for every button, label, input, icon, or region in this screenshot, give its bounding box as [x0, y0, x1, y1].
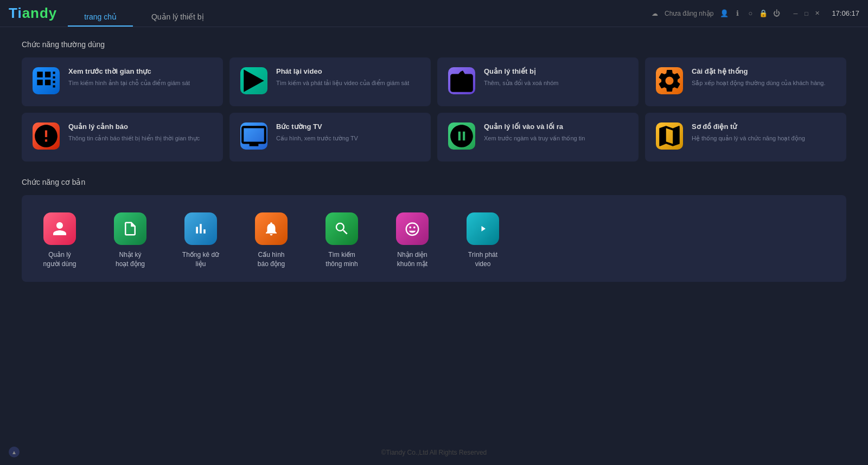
user-icon[interactable]: 👤	[720, 9, 729, 18]
logo-text: Ti	[9, 5, 22, 21]
card-title-system-settings: Cài đặt hệ thống	[692, 67, 826, 75]
basic-item-video-player[interactable]: Trình phát video	[461, 212, 505, 269]
login-status: Chưa đăng nhập	[665, 10, 713, 17]
card-title-emap: Sơ đồ điện tử	[692, 122, 805, 131]
card-text-live-view: Xem trước thời gian thực Tìm kiếm hình ả…	[68, 67, 190, 88]
tab-device[interactable]: Quản lý thiết bị	[135, 8, 220, 27]
card-desc-tv-wall: Cấu hình, xem trước tường TV	[276, 134, 358, 143]
card-text-emap: Sơ đồ điện tử Hệ thống quản lý và chức n…	[692, 122, 805, 143]
feature-card-entry-exit[interactable]: Quản lý lối vào và lối ra Xem trước ngàm…	[437, 113, 639, 162]
search-icon	[326, 212, 358, 245]
info-icon[interactable]: ○	[746, 9, 755, 18]
feature-card-device-manage[interactable]: Quản lý thiết bị Thêm, sửa đổi và xoá nh…	[437, 57, 639, 106]
gear-icon	[656, 67, 683, 94]
card-title-entry-exit: Quản lý lối vào và lối ra	[484, 122, 585, 131]
version-indicator[interactable]: ▲	[9, 447, 20, 457]
logo-text2: andy	[22, 5, 58, 21]
main-content: Chức năng thường dùng Xem trước thời gia…	[0, 27, 868, 295]
lock-icon[interactable]: 🔒	[759, 9, 768, 18]
card-text-alarm-manage: Quản lý cảnh báo Thông tin cảnh báo thiế…	[68, 122, 200, 143]
basic-grid: Quản lýngười dùng Nhật kýhoạt động Thống…	[38, 212, 830, 269]
basic-label-video-player: Trình phát video	[461, 250, 505, 269]
chart-icon	[184, 212, 217, 245]
card-desc-emap: Hệ thống quản lý và chức năng hoạt động	[692, 134, 805, 143]
feature-card-tv-wall[interactable]: Bức tường TV Cấu hình, xem trước tường T…	[229, 113, 431, 162]
tv-icon	[240, 122, 267, 150]
clock: 17:06:17	[832, 9, 859, 17]
card-text-device-manage: Quản lý thiết bị Thêm, sửa đổi và xoá nh…	[484, 67, 559, 88]
log-icon	[114, 212, 146, 245]
basic-label-user-manage: Quản lýngười dùng	[43, 250, 76, 269]
footer: ©Tiandy Co.,Ltd All Rights Reserved	[0, 449, 868, 456]
titlebar-right: ☁ Chưa đăng nhập 👤 ℹ ○ 🔒 ⏻ ─ □ ✕ 17:06:1…	[652, 9, 859, 18]
help-icon[interactable]: ℹ	[733, 9, 742, 18]
user-icon	[43, 212, 76, 245]
alert-icon	[33, 122, 60, 150]
card-title-tv-wall: Bức tường TV	[276, 122, 358, 131]
titlebar: Tiandy trang chủ Quản lý thiết bị ☁ Chưa…	[0, 0, 868, 27]
card-desc-entry-exit: Xem trước ngàm và truy vấn thống tin	[484, 134, 585, 143]
basic-label-face-recog: Nhận diệnkhuôn mặt	[397, 250, 427, 269]
feature-card-emap[interactable]: Sơ đồ điện tử Hệ thống quản lý và chức n…	[645, 113, 846, 162]
play-icon	[240, 67, 267, 94]
card-desc-playback: Tìm kiếm và phát tải liệu video của điểm…	[276, 79, 409, 88]
basic-label-statistics: Thống kê dữ liệu	[179, 250, 222, 269]
tab-home[interactable]: trang chủ	[68, 8, 133, 27]
feature-card-system-settings[interactable]: Cài đặt hệ thống Sắp xếp hoạt động thườn…	[645, 57, 846, 106]
door-icon	[448, 122, 475, 150]
maximize-button[interactable]: □	[802, 10, 810, 17]
card-title-live-view: Xem trước thời gian thực	[68, 67, 190, 75]
card-title-alarm-manage: Quản lý cảnh báo	[68, 122, 200, 131]
power-icon[interactable]: ⏻	[772, 9, 781, 18]
feature-card-live-view[interactable]: Xem trước thời gian thực Tìm kiếm hình ả…	[22, 57, 223, 106]
basic-item-alarm-config[interactable]: Cấu hìnhbáo động	[250, 212, 293, 269]
face-icon	[396, 212, 429, 245]
close-button[interactable]: ✕	[813, 10, 821, 17]
app-logo: Tiandy	[9, 5, 57, 22]
basic-item-user-manage[interactable]: Quản lýngười dùng	[38, 212, 81, 269]
card-title-playback: Phát lại video	[276, 67, 409, 75]
bell-icon	[255, 212, 288, 245]
card-desc-alarm-manage: Thông tin cảnh báo thiết bị hiển thị thờ…	[68, 134, 200, 143]
titlebar-icons: 👤 ℹ ○ 🔒 ⏻	[720, 9, 781, 18]
card-text-tv-wall: Bức tường TV Cấu hình, xem trước tường T…	[276, 122, 358, 143]
card-desc-device-manage: Thêm, sửa đổi và xoá nhóm	[484, 79, 559, 88]
feature-card-alarm-manage[interactable]: Quản lý cảnh báo Thông tin cảnh báo thiế…	[22, 113, 223, 162]
card-text-entry-exit: Quản lý lối vào và lối ra Xem trước ngàm…	[484, 122, 585, 143]
play2-icon	[467, 212, 499, 245]
basic-item-face-recog[interactable]: Nhận diệnkhuôn mặt	[391, 212, 434, 269]
minimize-button[interactable]: ─	[792, 10, 799, 17]
basic-item-activity-log[interactable]: Nhật kýhoạt động	[108, 212, 152, 269]
basic-label-smart-search: Tìm kiếmthông minh	[326, 250, 358, 269]
basic-item-smart-search[interactable]: Tìm kiếmthông minh	[320, 212, 363, 269]
window-controls: ─ □ ✕	[792, 10, 821, 17]
nav-tabs: trang chủ Quản lý thiết bị	[68, 0, 652, 27]
basic-label-alarm-config: Cấu hìnhbáo động	[258, 250, 285, 269]
basic-item-statistics[interactable]: Thống kê dữ liệu	[179, 212, 222, 269]
card-text-system-settings: Cài đặt hệ thống Sắp xếp hoạt động thườn…	[692, 67, 826, 88]
basic-section: Quản lýngười dùng Nhật kýhoạt động Thống…	[22, 195, 846, 282]
card-title-device-manage: Quản lý thiết bị	[484, 67, 559, 75]
common-section-title: Chức năng thường dùng	[22, 40, 846, 49]
card-desc-system-settings: Sắp xếp hoạt động thường dùng của khách …	[692, 79, 826, 88]
cloud-icon: ☁	[652, 10, 658, 17]
basic-section-title: Chức năng cơ bản	[22, 178, 846, 186]
feature-card-playback[interactable]: Phát lại video Tìm kiếm và phát tải liệu…	[229, 57, 431, 106]
basic-label-activity-log: Nhật kýhoạt động	[116, 250, 145, 269]
camera-icon	[448, 67, 475, 94]
card-desc-live-view: Tìm kiếm hình ảnh tại chỗ của điểm giám …	[68, 79, 190, 88]
live-icon	[33, 67, 60, 94]
feature-grid: Xem trước thời gian thực Tìm kiếm hình ả…	[22, 57, 846, 162]
map-icon	[656, 122, 683, 150]
card-text-playback: Phát lại video Tìm kiếm và phát tải liệu…	[276, 67, 409, 88]
